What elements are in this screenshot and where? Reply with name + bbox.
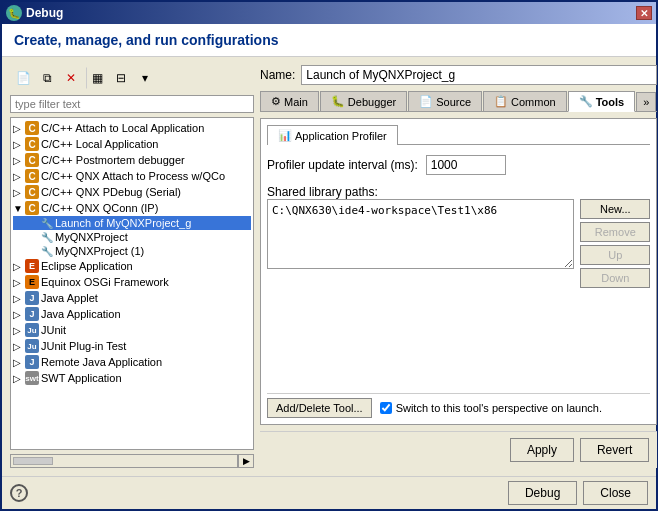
path-input[interactable]: C:\QNX630\ide4-workspace\Test1\x86: [267, 199, 574, 269]
revert-button[interactable]: Revert: [580, 438, 649, 462]
cpp-icon: C: [25, 201, 39, 215]
expand-icon: ▷: [13, 261, 23, 272]
filter-config-button[interactable]: ▦: [86, 67, 108, 89]
debug-dialog: 🐛 Debug ✕ Create, manage, and run config…: [0, 0, 658, 511]
tree-item-cpp-qnx-pdebug[interactable]: ▷ C C/C++ QNX PDebug (Serial): [13, 184, 251, 200]
scrollbar-thumb[interactable]: [13, 457, 53, 465]
close-icon[interactable]: ✕: [636, 6, 652, 20]
tree-label: MyQNXProject (1): [55, 245, 144, 257]
help-icon[interactable]: ?: [10, 484, 28, 502]
expand-icon: ▷: [13, 277, 23, 288]
tools-tab-icon: 🔧: [579, 95, 593, 108]
expand-icon: ▼: [13, 203, 23, 214]
delete-config-button[interactable]: ✕: [60, 67, 82, 89]
tree-label: JUnit: [41, 324, 66, 336]
tree-item-java-app[interactable]: ▷ J Java Application: [13, 306, 251, 322]
left-toolbar: 📄 ⧉ ✕ ▦ ⊟ ▾: [10, 65, 254, 91]
name-input[interactable]: [301, 65, 657, 85]
tab-tools[interactable]: 🔧 Tools: [568, 91, 636, 112]
new-path-button[interactable]: New...: [580, 199, 650, 219]
switch-perspective-row: Switch to this tool's perspective on lau…: [380, 402, 602, 414]
tree-item-swt-app[interactable]: ▷ swt SWT Application: [13, 370, 251, 386]
tool-row: Add/Delete Tool... Switch to this tool's…: [267, 393, 650, 418]
interval-input[interactable]: [426, 155, 506, 175]
tree-label: Launch of MyQNXProject_g: [55, 217, 191, 229]
tree-item-java-applet[interactable]: ▷ J Java Applet: [13, 290, 251, 306]
tree-label: C/C++ QNX QConn (IP): [41, 202, 158, 214]
tree-item-myqnxproject1[interactable]: 🔧 MyQNXProject (1): [13, 244, 251, 258]
collapse-all-button[interactable]: ⊟: [110, 67, 132, 89]
expand-icon: ▷: [13, 123, 23, 134]
tree-item-cpp-qnx-attach[interactable]: ▷ C C/C++ QNX Attach to Process w/QCo: [13, 168, 251, 184]
expand-icon: ▷: [13, 155, 23, 166]
add-delete-tool-button[interactable]: Add/Delete Tool...: [267, 398, 372, 418]
switch-perspective-checkbox[interactable]: [380, 402, 392, 414]
tree-item-eclipse-app[interactable]: ▷ E Eclipse Application: [13, 258, 251, 274]
filter-input[interactable]: [10, 95, 254, 113]
tree-scrollbar[interactable]: ▶: [10, 454, 254, 468]
tab-tools-content: 📊 Application Profiler Profiler update i…: [260, 118, 657, 425]
tree-item-cpp-local[interactable]: ▷ C C/C++ Local Application: [13, 136, 251, 152]
tab-source-label: Source: [436, 96, 471, 108]
close-button[interactable]: Close: [583, 481, 648, 505]
expand-icon: ▷: [13, 139, 23, 150]
app-icon: E: [25, 259, 39, 273]
scroll-right-btn[interactable]: ▶: [238, 454, 254, 468]
right-panel: Name: ⚙ Main 🐛 Debugger 📄 Source �: [260, 65, 657, 468]
path-section: C:\QNX630\ide4-workspace\Test1\x86 New..…: [267, 199, 650, 288]
sub-icon: 🔧: [41, 232, 53, 243]
title-bar-left: 🐛 Debug: [6, 5, 63, 21]
name-label: Name:: [260, 68, 295, 82]
tree-item-cpp-attach[interactable]: ▷ C C/C++ Attach to Local Application: [13, 120, 251, 136]
tree-item-cpp-postmortem[interactable]: ▷ C C/C++ Postmortem debugger: [13, 152, 251, 168]
tree-label: Eclipse Application: [41, 260, 133, 272]
cpp-icon: C: [25, 169, 39, 183]
apply-revert-row: Apply Revert: [260, 431, 657, 468]
shared-library-section: Shared library paths: C:\QNX630\ide4-wor…: [267, 181, 650, 288]
tree-item-junit[interactable]: ▷ Ju JUnit: [13, 322, 251, 338]
tab-source[interactable]: 📄 Source: [408, 91, 482, 111]
remove-path-button[interactable]: Remove: [580, 222, 650, 242]
common-tab-icon: 📋: [494, 95, 508, 108]
duplicate-config-button[interactable]: ⧉: [36, 67, 58, 89]
tree-item-cpp-qnx-qconn[interactable]: ▼ C C/C++ QNX QConn (IP): [13, 200, 251, 216]
tab-debugger[interactable]: 🐛 Debugger: [320, 91, 407, 111]
remote-java-icon: J: [25, 355, 39, 369]
tab-debugger-label: Debugger: [348, 96, 396, 108]
up-path-button[interactable]: Up: [580, 245, 650, 265]
window-icon: 🐛: [6, 5, 22, 21]
sub-tab-bar: 📊 Application Profiler: [267, 125, 650, 145]
tree-label: SWT Application: [41, 372, 122, 384]
tree-item-equinox[interactable]: ▷ E Equinox OSGi Framework: [13, 274, 251, 290]
tab-more[interactable]: »: [636, 92, 656, 111]
sub-tab-app-profiler[interactable]: 📊 Application Profiler: [267, 125, 398, 145]
expand-icon: ▷: [13, 341, 23, 352]
tab-main[interactable]: ⚙ Main: [260, 91, 319, 111]
view-menu-button[interactable]: ▾: [134, 67, 156, 89]
switch-perspective-label: Switch to this tool's perspective on lau…: [396, 402, 602, 414]
profiler-sub-tab-icon: 📊: [278, 129, 292, 142]
expand-icon: ▷: [13, 373, 23, 384]
tabs-bar: ⚙ Main 🐛 Debugger 📄 Source 📋 Common 🔧: [260, 91, 657, 112]
tree-label: JUnit Plug-in Test: [41, 340, 126, 352]
down-path-button[interactable]: Down: [580, 268, 650, 288]
tree-item-junit-plugin[interactable]: ▷ Ju JUnit Plug-in Test: [13, 338, 251, 354]
tab-common-label: Common: [511, 96, 556, 108]
config-tree: ▷ C C/C++ Attach to Local Application ▷ …: [10, 117, 254, 450]
junit-plugin-icon: Ju: [25, 339, 39, 353]
tree-item-launch-myqnx[interactable]: 🔧 Launch of MyQNXProject_g: [13, 216, 251, 230]
horizontal-scrollbar[interactable]: [10, 454, 238, 468]
swt-icon: swt: [25, 371, 39, 385]
apply-button[interactable]: Apply: [510, 438, 574, 462]
new-config-button[interactable]: 📄: [12, 67, 34, 89]
tree-label: C/C++ QNX PDebug (Serial): [41, 186, 181, 198]
expand-icon: ▷: [13, 325, 23, 336]
tree-item-remote-java[interactable]: ▷ J Remote Java Application: [13, 354, 251, 370]
debug-button[interactable]: Debug: [508, 481, 577, 505]
tab-tools-label: Tools: [596, 96, 625, 108]
name-row: Name:: [260, 65, 657, 85]
tree-label: Java Application: [41, 308, 121, 320]
tab-common[interactable]: 📋 Common: [483, 91, 567, 111]
tree-item-myqnxproject[interactable]: 🔧 MyQNXProject: [13, 230, 251, 244]
tree-label: Java Applet: [41, 292, 98, 304]
